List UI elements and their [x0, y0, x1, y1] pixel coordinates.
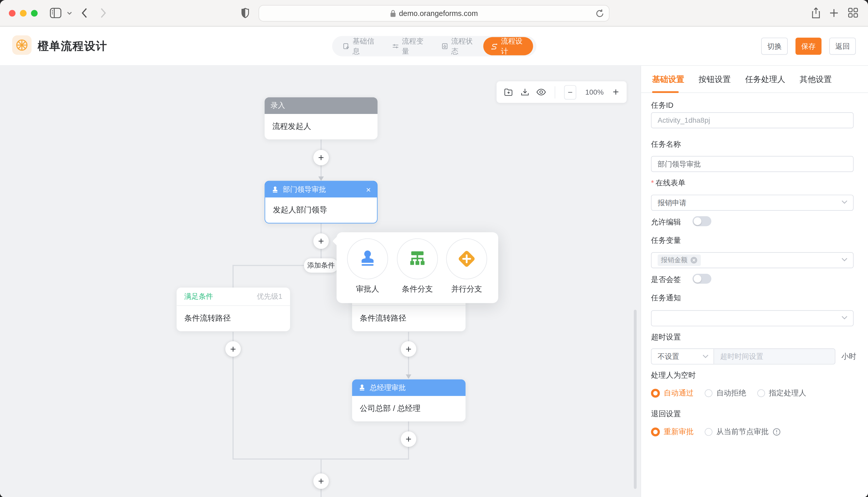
online-form-label: *在线表单	[651, 178, 686, 188]
save-button[interactable]: 保存	[796, 38, 822, 55]
doc-edit-icon	[343, 43, 349, 50]
share-icon[interactable]	[812, 7, 820, 19]
close-icon[interactable]: ×	[366, 185, 371, 194]
approver-option[interactable]	[347, 239, 388, 280]
open-file-icon[interactable]	[504, 87, 513, 97]
page: demo.orangeforms.com 橙单流程设计 基础信息	[0, 0, 868, 497]
select-value: 不设置	[658, 351, 679, 361]
zoom-out-button[interactable]: −	[564, 85, 576, 99]
node-dept-approve[interactable]: 部门领导审批 × 发起人部门领导	[265, 181, 378, 224]
popup-item-label: 条件分支	[397, 284, 438, 294]
add-node-button[interactable]: +	[313, 233, 329, 249]
timeout-mode-select[interactable]: 不设置	[651, 349, 714, 364]
preview-eye-icon[interactable]	[536, 88, 546, 96]
node-body: 流程发起人	[265, 114, 378, 140]
radio-dot	[651, 427, 660, 436]
radio-label: 自动通过	[664, 388, 693, 398]
plus-icon: +	[230, 343, 236, 355]
nav-process-status[interactable]: 流程状态	[434, 37, 483, 55]
stamp-icon	[358, 384, 366, 392]
nav-process-design[interactable]: 流程设计	[483, 37, 533, 55]
settings-panel: 基础设置 按钮设置 任务处理人 其他设置 任务ID 任务名称 *在线表单 报销申…	[640, 66, 868, 497]
add-node-button[interactable]: +	[225, 341, 241, 357]
countersign-toggle[interactable]	[692, 274, 712, 284]
task-variable-label: 任务变量	[651, 236, 681, 246]
task-notify-select[interactable]	[651, 310, 854, 326]
task-notify-label: 任务通知	[651, 293, 681, 303]
add-node-button[interactable]: +	[401, 431, 416, 447]
zoom-in-button[interactable]: +	[613, 86, 619, 98]
tab-button-settings[interactable]: 按钮设置	[699, 74, 730, 84]
fullscreen-window-button[interactable]	[31, 10, 38, 17]
empty-handler-label: 处理人为空时	[651, 370, 696, 381]
stamp-icon	[271, 186, 279, 193]
tab-overview-icon[interactable]	[848, 8, 858, 18]
shield-icon[interactable]	[241, 8, 249, 18]
node-gm-approve[interactable]: 总经理审批 公司总部 / 总经理	[352, 380, 466, 422]
switch-button[interactable]: 切换	[761, 38, 788, 55]
add-node-button[interactable]: +	[313, 473, 329, 489]
nav-process-variables[interactable]: 流程变量	[385, 37, 434, 55]
node-condition-left[interactable]: 满足条件 优先级1 条件流转路径	[177, 288, 290, 331]
close-window-button[interactable]	[9, 10, 15, 17]
nav-basic-info[interactable]: 基础信息	[335, 37, 385, 55]
conditional-branch-option[interactable]	[397, 239, 438, 280]
empty-handler-options: 自动通过 自动拒绝 指定处理人	[651, 388, 806, 398]
add-node-popup: 审批人 条件分支 并行分支	[336, 232, 498, 303]
add-node-button[interactable]: +	[401, 341, 416, 357]
radio-auto-reject[interactable]: 自动拒绝	[705, 388, 746, 398]
radio-assign-handler[interactable]: 指定处理人	[757, 388, 806, 398]
browser-window: demo.orangeforms.com 橙单流程设计 基础信息	[0, 0, 868, 497]
reload-icon[interactable]	[595, 9, 604, 18]
branch-tree-icon	[408, 249, 427, 269]
tab-other-settings[interactable]: 其他设置	[800, 74, 831, 84]
task-name-label: 任务名称	[651, 140, 681, 150]
chevron-down-icon	[841, 200, 848, 204]
radio-auto-approve[interactable]: 自动通过	[651, 388, 693, 398]
chevron-down-icon[interactable]	[67, 12, 72, 15]
add-node-button[interactable]: +	[313, 150, 329, 165]
tag-label: 报销金额	[661, 255, 688, 265]
canvas-toolbar: − 100% +	[496, 81, 626, 103]
radio-dot	[705, 428, 713, 436]
tab-task-handler[interactable]: 任务处理人	[745, 74, 785, 84]
tag-remove-icon[interactable]	[690, 256, 698, 264]
chevron-down-icon	[841, 258, 848, 262]
scrollbar-thumb[interactable]	[634, 310, 636, 489]
radio-label: 自动拒绝	[716, 388, 746, 398]
online-form-select[interactable]: 报销申请	[651, 195, 854, 211]
select-value: 报销申请	[658, 198, 687, 208]
address-bar[interactable]: demo.orangeforms.com	[259, 5, 609, 22]
add-condition-button[interactable]: 添加条件	[304, 258, 338, 273]
diamond-plus-icon	[456, 248, 478, 270]
task-variable-select[interactable]: 报销金额	[651, 252, 854, 268]
timeout-value-input[interactable]	[714, 349, 835, 364]
app-logo	[12, 35, 31, 55]
sidebar-icon[interactable]	[50, 8, 61, 18]
radio-dot	[757, 389, 765, 397]
allow-edit-toggle[interactable]	[692, 216, 712, 226]
radio-label: 指定处理人	[769, 388, 806, 398]
toggle-knob	[693, 217, 701, 225]
back-button[interactable]	[81, 8, 87, 18]
task-name-input[interactable]	[651, 156, 854, 172]
radio-re-approve[interactable]: 重新审批	[651, 427, 693, 437]
download-icon[interactable]	[521, 87, 529, 97]
node-body: 发起人部门领导	[265, 197, 377, 223]
minimize-window-button[interactable]	[20, 10, 27, 17]
plus-icon: +	[318, 235, 324, 247]
task-id-label: 任务ID	[651, 101, 673, 111]
node-header: 录入	[265, 97, 378, 114]
panel-tabs: 基础设置 按钮设置 任务处理人 其他设置	[641, 66, 868, 93]
tab-basic-settings[interactable]: 基础设置	[652, 74, 684, 84]
back-button-app[interactable]: 返回	[829, 38, 856, 55]
variable-tag: 报销金额	[658, 254, 701, 266]
flow-canvas[interactable]: + + + + + + 录入 流程发起人 部门领导审批 × 发起人部门领导 添加…	[0, 66, 637, 497]
parallel-branch-option[interactable]	[446, 239, 487, 280]
node-start[interactable]: 录入 流程发起人	[265, 97, 378, 140]
task-id-input[interactable]	[651, 112, 854, 128]
zoom-level: 100%	[584, 88, 605, 96]
radio-from-current-node[interactable]: 从当前节点审批	[705, 427, 780, 437]
new-tab-icon[interactable]	[830, 9, 838, 17]
forward-button[interactable]	[100, 8, 106, 18]
